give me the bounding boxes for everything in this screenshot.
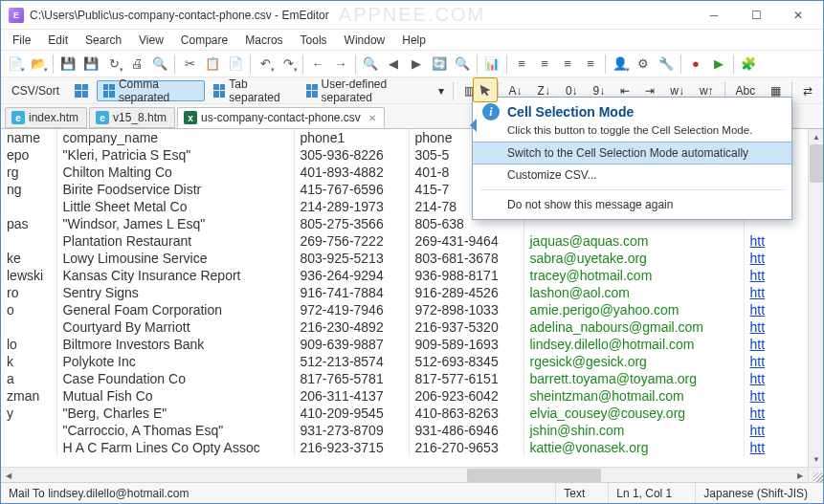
find-next-button[interactable]: ▶ xyxy=(406,54,427,75)
cell[interactable]: lewski xyxy=(1,267,56,284)
menu-macros[interactable]: Macros xyxy=(237,32,290,49)
preview-button[interactable]: 🔍 xyxy=(149,54,170,75)
cell[interactable]: zman xyxy=(1,387,56,405)
cell[interactable]: 909-639-9887 xyxy=(294,336,409,353)
menu-tools[interactable]: Tools xyxy=(293,32,335,49)
cell[interactable]: 817-765-5781 xyxy=(294,370,409,387)
popup-item-customize[interactable]: Customize CSV... xyxy=(473,164,791,186)
cell[interactable]: k xyxy=(1,353,56,370)
menu-window[interactable]: Window xyxy=(337,32,393,49)
cell[interactable]: Plantation Restaurant xyxy=(56,232,294,250)
cell[interactable]: lashon@aol.com xyxy=(523,284,744,301)
menu-help[interactable]: Help xyxy=(394,32,434,49)
cell[interactable]: kattie@vonasek.org xyxy=(523,439,744,456)
cell[interactable]: 269-431-9464 xyxy=(409,232,523,250)
cell[interactable]: y xyxy=(1,405,56,422)
cell[interactable]: htt xyxy=(744,250,780,267)
save-all-button[interactable]: 💾 xyxy=(80,54,101,75)
cell[interactable]: htt xyxy=(744,267,780,284)
paste-button[interactable]: 📄 xyxy=(225,54,246,75)
column-header[interactable]: phone1 xyxy=(294,129,409,146)
vertical-scrollbar[interactable]: ▲ ▼ xyxy=(808,129,823,467)
cell[interactable] xyxy=(1,232,56,250)
table-row[interactable]: H A C Farm Lines Co Opty Assoc216-923-37… xyxy=(1,439,780,456)
macro-run-button[interactable]: ▶ xyxy=(708,54,729,75)
scroll-left-icon[interactable]: ◀ xyxy=(1,468,16,482)
cell[interactable]: Polykote Inc xyxy=(56,353,294,370)
cell[interactable]: htt xyxy=(744,301,780,318)
status-mode[interactable]: Text xyxy=(555,483,592,503)
find-prev-button[interactable]: ◀ xyxy=(383,54,404,75)
reload-button[interactable]: ↻ xyxy=(103,54,124,75)
print-button[interactable]: 🖨 xyxy=(126,54,147,75)
cell[interactable]: 410-863-8263 xyxy=(409,405,523,422)
find-button[interactable]: 🔍 xyxy=(360,54,381,75)
plugins-button[interactable]: 🧩 xyxy=(738,54,759,75)
horizontal-scrollbar[interactable]: ◀ ▶ xyxy=(1,467,808,482)
back-button[interactable]: ← xyxy=(307,54,328,75)
cell[interactable]: "Kleri, Patricia S Esq" xyxy=(56,146,294,164)
cell[interactable]: htt xyxy=(744,370,780,387)
popup-item-dont-show[interactable]: Do not show this message again xyxy=(473,194,791,215)
cell[interactable] xyxy=(1,198,56,215)
cell[interactable]: adelina_nabours@gmail.com xyxy=(523,318,744,336)
cell[interactable]: a xyxy=(1,370,56,387)
cell[interactable]: 817-577-6151 xyxy=(409,370,523,387)
cell[interactable]: 916-289-4526 xyxy=(409,284,523,301)
cell[interactable]: htt xyxy=(744,284,780,301)
cell[interactable]: 216-270-9653 xyxy=(409,439,523,456)
cell[interactable]: 216-923-3715 xyxy=(294,439,409,456)
cell[interactable]: htt xyxy=(744,336,780,353)
cell[interactable]: rgesick@gesick.org xyxy=(523,353,744,370)
scroll-up-icon[interactable]: ▲ xyxy=(809,129,823,144)
cell[interactable]: 803-925-5213 xyxy=(294,250,409,267)
cell[interactable]: Little Sheet Metal Co xyxy=(56,198,294,215)
scroll-thumb[interactable] xyxy=(467,469,601,482)
cell[interactable]: 206-923-6042 xyxy=(409,387,523,405)
csv-tab-button[interactable]: Tab separated xyxy=(207,80,297,101)
cell[interactable]: 512-693-8345 xyxy=(409,353,523,370)
properties-button[interactable]: ⚙ xyxy=(633,54,654,75)
cell[interactable]: 401-893-4882 xyxy=(294,164,409,181)
undo-button[interactable]: ↶ xyxy=(255,54,276,75)
cell[interactable]: tracey@hotmail.com xyxy=(523,267,744,284)
table-row[interactable]: zmanMutual Fish Co206-311-4137206-923-60… xyxy=(1,387,780,405)
scroll-right-icon[interactable]: ▶ xyxy=(792,468,808,482)
cell[interactable]: lo xyxy=(1,336,56,353)
cell[interactable]: htt xyxy=(744,387,780,405)
cell[interactable]: 214-289-1973 xyxy=(294,198,409,215)
cell[interactable]: 909-589-1693 xyxy=(409,336,523,353)
csv-more-button[interactable]: ▾ xyxy=(432,80,449,101)
table-row[interactable]: y"Berg, Charles E"410-209-9545410-863-82… xyxy=(1,405,780,422)
wrap-none-button[interactable]: ≡ xyxy=(511,54,532,75)
cell[interactable]: "Berg, Charles E" xyxy=(56,405,294,422)
cell[interactable]: "Carroccio, A Thomas Esq" xyxy=(56,422,294,439)
cell[interactable]: jshin@shin.com xyxy=(523,422,744,439)
cell-selection-toggle-button[interactable] xyxy=(473,77,498,102)
cell[interactable]: amie.perigo@yahoo.com xyxy=(523,301,744,318)
cell[interactable]: Kansas City Insurance Report xyxy=(56,267,294,284)
menu-compare[interactable]: Compare xyxy=(173,32,235,49)
forward-button[interactable]: → xyxy=(330,54,351,75)
cell[interactable]: 216-937-5320 xyxy=(409,318,523,336)
large-file-button[interactable]: 📊 xyxy=(481,54,502,75)
cell[interactable]: sheintzman@hotmail.com xyxy=(523,387,744,405)
convert-button[interactable]: ⇄ xyxy=(796,80,819,101)
cell[interactable]: elvia_cousey@cousey.org xyxy=(523,405,744,422)
cell[interactable]: htt xyxy=(744,405,780,422)
popup-item-auto-switch[interactable]: Switch to the Cell Selection Mode automa… xyxy=(473,142,791,164)
cell[interactable]: 803-681-3678 xyxy=(409,250,523,267)
cell[interactable]: 415-767-6596 xyxy=(294,181,409,198)
cell[interactable]: lindsey.dilello@hotmail.com xyxy=(523,336,744,353)
cell[interactable]: 916-741-7884 xyxy=(294,284,409,301)
cell[interactable]: 512-213-8574 xyxy=(294,353,409,370)
replace-button[interactable]: 🔄 xyxy=(429,54,450,75)
column-header[interactable]: company_name xyxy=(56,129,294,146)
csv-comma-button[interactable]: Comma separated xyxy=(97,80,205,101)
macro-record-button[interactable]: ● xyxy=(685,54,706,75)
cell[interactable] xyxy=(1,422,56,439)
scroll-down-icon[interactable]: ▼ xyxy=(809,451,823,467)
cell[interactable]: 931-273-8709 xyxy=(294,422,409,439)
customize-button[interactable]: 🔧 xyxy=(656,54,677,75)
cell[interactable]: 206-311-4137 xyxy=(294,387,409,405)
